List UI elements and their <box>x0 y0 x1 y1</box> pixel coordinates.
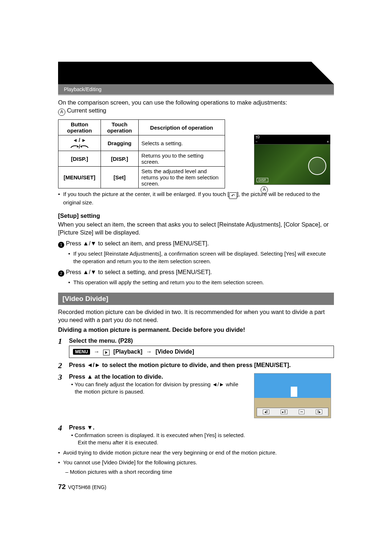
col-button-op: Button operation <box>58 120 101 135</box>
page-number: 72 <box>58 483 66 491</box>
vd-note2a: – Motion pictures with a short recording… <box>58 468 334 476</box>
row2-desc: Returns you to the setting screen. <box>138 151 225 167</box>
step-1-icon: 1 <box>58 242 64 248</box>
row1-button: / / <box>58 135 101 151</box>
svg-marker-0 <box>74 139 77 142</box>
setup-step2: 2 Press ▲/▼ to select a setting, and pre… <box>58 268 334 277</box>
step-2-icon: 2 <box>58 270 64 277</box>
step1-text: Select the menu. (P28) <box>69 337 334 344</box>
svg-text:/: / <box>79 144 80 149</box>
operation-table: Button operation Touch operation Descrip… <box>58 119 225 188</box>
step-number-2: 2 <box>58 362 69 370</box>
breadcrumb: Playback/Editing <box>64 86 102 92</box>
video-divide-illustration: ◂II ▸II ✂ II▸ <box>254 373 331 418</box>
step2-text: Press ◄/► to select the motion picture t… <box>69 362 334 370</box>
setup-heading: [Setup] setting <box>58 212 334 220</box>
col-touch-op: Touch operation <box>101 120 138 135</box>
setup-step1: 1 Press ▲/▼ to select an item, and press… <box>58 239 334 248</box>
row3-button: [MENU/SET] <box>58 167 101 188</box>
enlarge-note: • If you touch the picture at the center… <box>58 191 334 206</box>
vd-desc: Recorded motion picture can be divided i… <box>58 308 334 324</box>
step-number-4: 4 <box>58 424 69 447</box>
dial-icon: / / <box>69 137 90 149</box>
comparison-illustration: ±0 − + DISP. A <box>254 135 330 185</box>
ctrl-rew-icon: ◂II <box>263 410 270 414</box>
breadcrumb-band: Playback/Editing <box>58 84 334 94</box>
row2-button: [DISP.] <box>58 151 101 167</box>
intro-text: On the comparison screen, you can use th… <box>58 98 334 116</box>
svg-text:/: / <box>79 137 80 143</box>
step-number-3: 3 <box>58 373 69 418</box>
setup-desc: When you select an item, the screen that… <box>58 220 334 237</box>
menu-path: MENU → [Playback] → [Video Divide] <box>69 346 334 358</box>
menu-icon: MENU <box>73 349 90 355</box>
ctrl-fwd-icon: II▸ <box>316 410 323 414</box>
step-number-1: 1 <box>58 337 69 358</box>
step3-sub: • You can finely adjust the location for… <box>69 381 247 396</box>
video-divide-heading: [Video Divide] <box>58 293 334 305</box>
step3-text: Press ▲ at the location to divide. <box>69 373 247 380</box>
ctrl-playpause-icon: ▸II <box>281 410 287 414</box>
row3-touch: [Set] <box>101 167 138 188</box>
col-desc: Description of operation <box>138 120 225 135</box>
svg-marker-1 <box>82 139 85 142</box>
row1-touch: Dragging <box>101 135 138 151</box>
vd-warning: Dividing a motion picture is permanent. … <box>58 326 334 334</box>
playback-icon <box>103 350 110 355</box>
row2-touch: [DISP.] <box>101 151 138 167</box>
step4-text: Press ▼. <box>69 424 334 431</box>
ctrl-divide-icon: ✂ <box>299 410 305 414</box>
vd-note2: •You cannot use [Video Divide] for the f… <box>58 459 334 466</box>
divider <box>58 94 334 95</box>
disp-overlay: DISP. <box>257 178 268 182</box>
undo-icon: ↶ <box>229 192 237 199</box>
row1-desc: Selects a setting. <box>138 135 225 151</box>
step4-sub1: • Confirmation screen is displayed. It i… <box>69 432 334 447</box>
header-band <box>58 62 334 84</box>
vd-note1: •Avoid trying to divide motion picture n… <box>58 449 334 456</box>
row3-desc: Sets the adjusted level and returns you … <box>138 167 225 188</box>
touch-hand-icon <box>308 157 326 175</box>
page-footer: 72 VQT5H68 (ENG) <box>58 483 334 491</box>
marker-a-icon: A <box>58 109 65 116</box>
doc-code: VQT5H68 (ENG) <box>68 484 106 490</box>
setup-step2-sub: •This operation will apply the setting a… <box>58 279 334 286</box>
marker-a-icon: A <box>261 186 268 194</box>
setup-step1-sub: •If you select [Reinstate Adjustments], … <box>58 250 334 265</box>
